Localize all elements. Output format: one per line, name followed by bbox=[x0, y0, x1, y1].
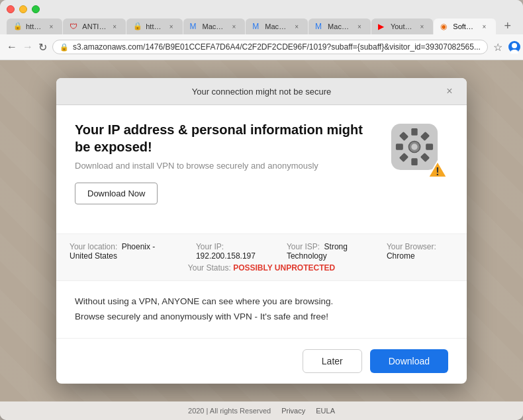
profile-button[interactable] bbox=[508, 38, 521, 56]
location-label: Your location: bbox=[70, 242, 117, 251]
modal-subtext: Download and install VPN to browse secur… bbox=[75, 161, 375, 171]
svg-rect-8 bbox=[426, 144, 433, 149]
modal-close-button[interactable]: × bbox=[443, 85, 456, 98]
tab-1-favicon: 🔒 bbox=[13, 22, 23, 31]
tab-6-label: MacKe... bbox=[328, 22, 352, 30]
isp-info: Your ISP: Strong Technology bbox=[287, 242, 371, 261]
modal-actions: Later Download bbox=[56, 338, 467, 384]
tab-1-label: https:// bbox=[26, 22, 43, 30]
tab-8-favicon: ◉ bbox=[440, 22, 450, 31]
eula-link[interactable]: EULA bbox=[316, 407, 335, 415]
info-line2: Your Status: POSSIBLY UNPROTECTED bbox=[188, 263, 335, 273]
tab-3-favicon: 🔒 bbox=[133, 22, 142, 31]
svg-rect-5 bbox=[411, 128, 417, 136]
description-line1: Without using a VPN, ANYONE can see wher… bbox=[75, 294, 448, 310]
modal-header: Your connection might not be secure × bbox=[56, 78, 467, 105]
tab-8-close[interactable]: × bbox=[480, 22, 489, 31]
tab-5-label: MacKe... bbox=[265, 22, 289, 30]
new-tab-button[interactable]: + bbox=[499, 20, 517, 32]
description-line2: Browse securely and anonymously with VPN… bbox=[75, 310, 448, 325]
tab-5[interactable]: M MacKe... × bbox=[246, 19, 308, 34]
copyright-text: 2020 | All rights Reserved bbox=[188, 407, 271, 415]
tab-2-close[interactable]: × bbox=[110, 22, 119, 31]
bookmark-button[interactable]: ☆ bbox=[493, 38, 502, 56]
download-button[interactable]: Download bbox=[370, 349, 448, 373]
url-text: s3.amazonaws.com/1476/B9E01CCEFA7D6A4/C2… bbox=[73, 42, 481, 52]
tab-6-close[interactable]: × bbox=[355, 22, 364, 31]
forward-button[interactable]: → bbox=[23, 38, 33, 56]
modal-text-section: Your IP address & personal information m… bbox=[75, 121, 375, 204]
security-modal: Your connection might not be secure × Yo… bbox=[56, 78, 467, 384]
modal-headline: Your IP address & personal information m… bbox=[75, 121, 375, 155]
tab-5-close[interactable]: × bbox=[292, 22, 301, 31]
tab-7-close[interactable]: × bbox=[417, 22, 426, 31]
tab-4-label: MacKe... bbox=[203, 22, 226, 30]
privacy-link[interactable]: Privacy bbox=[281, 407, 305, 415]
modal-title: Your connection might not be secure bbox=[80, 87, 443, 97]
svg-point-1 bbox=[512, 43, 517, 48]
svg-rect-7 bbox=[396, 144, 403, 149]
warning-triangle-icon: ! bbox=[427, 159, 448, 181]
tab-1-close[interactable]: × bbox=[46, 22, 56, 31]
ip-value: 192.200.158.197 bbox=[196, 251, 256, 261]
tabs-bar: 🔒 https:// × 🛡 ANTIVI... × 🔒 https:// × … bbox=[7, 19, 516, 34]
navigation-bar: ← → ↻ 🔒 s3.amazonaws.com/1476/B9E01CCEFA… bbox=[0, 34, 523, 60]
page-content: 977 Your connection might not be secure … bbox=[0, 60, 523, 401]
later-button[interactable]: Later bbox=[303, 349, 362, 373]
info-line1: Your location: Phoenix - United States Y… bbox=[70, 242, 453, 261]
tab-3[interactable]: 🔒 https:// × bbox=[126, 19, 182, 34]
tab-8-label: Softwa... bbox=[453, 22, 476, 30]
gear-warning-icon: ! bbox=[389, 121, 448, 181]
browser-info: Your Browser: Chrome bbox=[387, 242, 453, 261]
tab-2[interactable]: 🛡 ANTIVI... × bbox=[63, 19, 126, 34]
svg-point-14 bbox=[411, 144, 417, 149]
address-bar[interactable]: 🔒 s3.amazonaws.com/1476/B9E01CCEFA7D6A4/… bbox=[52, 40, 488, 54]
profile-icon bbox=[508, 40, 521, 54]
maximize-window-button[interactable] bbox=[32, 5, 40, 13]
tab-6-favicon: M bbox=[315, 22, 324, 31]
close-window-button[interactable] bbox=[7, 5, 15, 13]
status-value: POSSIBLY UNPROTECTED bbox=[233, 263, 335, 273]
traffic-lights bbox=[7, 5, 516, 13]
tab-3-close[interactable]: × bbox=[167, 22, 176, 31]
modal-main-section: Your IP address & personal information m… bbox=[75, 121, 448, 204]
tab-5-favicon: M bbox=[252, 22, 262, 31]
ip-info: Your IP: 192.200.158.197 bbox=[196, 242, 271, 261]
modal-body: Your IP address & personal information m… bbox=[56, 105, 467, 233]
ip-label: Your IP: bbox=[196, 242, 224, 251]
isp-label: Your ISP: bbox=[287, 242, 320, 251]
tab-2-label: ANTIVI... bbox=[82, 22, 107, 30]
svg-text:!: ! bbox=[436, 166, 439, 177]
browser-label: Your Browser: bbox=[387, 242, 436, 251]
browser-window: 🔒 https:// × 🛡 ANTIVI... × 🔒 https:// × … bbox=[0, 0, 523, 420]
tab-3-label: https:// bbox=[146, 22, 163, 30]
status-label: Your Status: bbox=[188, 263, 231, 273]
svg-rect-6 bbox=[411, 158, 417, 165]
tab-8-active[interactable]: ◉ Softwa... × bbox=[434, 19, 495, 34]
info-row: Your location: Phoenix - United States Y… bbox=[56, 233, 467, 280]
page-footer: 2020 | All rights Reserved Privacy EULA bbox=[0, 401, 523, 420]
modal-description: Without using a VPN, ANYONE can see wher… bbox=[56, 280, 467, 338]
browser-value: Chrome bbox=[387, 251, 415, 261]
reload-button[interactable]: ↻ bbox=[38, 38, 47, 56]
tab-4[interactable]: M MacKe... × bbox=[183, 19, 246, 34]
tab-2-favicon: 🛡 bbox=[70, 22, 79, 31]
minimize-window-button[interactable] bbox=[19, 5, 27, 13]
tab-4-close[interactable]: × bbox=[229, 22, 238, 31]
back-button[interactable]: ← bbox=[7, 38, 17, 56]
download-now-button[interactable]: Download Now bbox=[75, 183, 158, 204]
tab-7[interactable]: ▶ Youtub... × bbox=[371, 19, 433, 34]
title-bar: 🔒 https:// × 🛡 ANTIVI... × 🔒 https:// × … bbox=[0, 0, 523, 34]
tab-6[interactable]: M MacKe... × bbox=[309, 19, 371, 34]
tab-1[interactable]: 🔒 https:// × bbox=[7, 19, 62, 34]
tab-7-label: Youtub... bbox=[391, 22, 414, 30]
tab-7-favicon: ▶ bbox=[378, 22, 387, 31]
tab-4-favicon: M bbox=[190, 22, 199, 31]
location-info: Your location: Phoenix - United States bbox=[70, 242, 180, 261]
ssl-lock-icon: 🔒 bbox=[60, 43, 69, 52]
